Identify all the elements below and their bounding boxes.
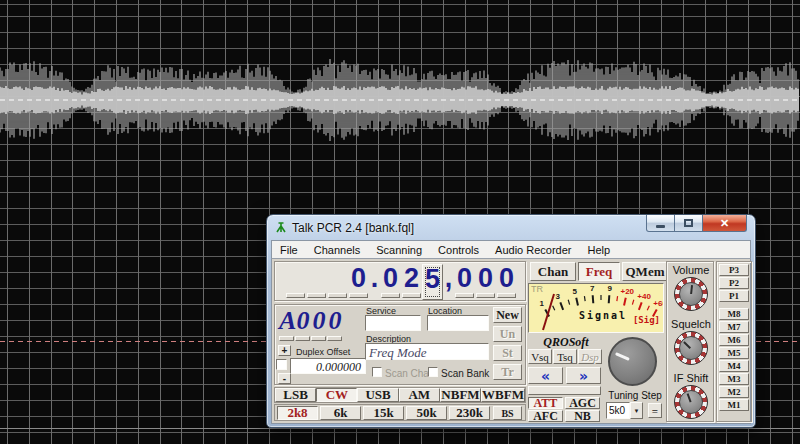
squelch-knob[interactable] [674,331,708,365]
m8-button[interactable]: M8 [719,308,749,320]
m5-button[interactable]: M5 [719,347,749,359]
mode-wbfm[interactable]: WBFM [481,388,525,402]
menu-channels[interactable]: Channels [306,242,368,258]
att-toggle[interactable]: ATT [528,397,563,409]
digit-underline-button[interactable] [349,293,368,298]
m3-button[interactable]: M3 [719,373,749,385]
description-input[interactable]: Freq Mode [365,343,489,360]
tab-chan[interactable]: Chan [530,262,576,281]
volume-knob[interactable] [674,277,708,311]
meter-scale-label: +40 [637,291,651,300]
p1-button[interactable]: P1 [719,290,749,302]
bank-digit[interactable]: A [279,307,295,335]
menu-file[interactable]: File [272,242,306,258]
tab-freq[interactable]: Freq [578,262,620,281]
scan-bank-checkbox[interactable] [428,367,438,377]
menu-controls[interactable]: Controls [430,242,487,258]
minimize-icon [656,225,665,228]
window-title: Talk PCR 2.4 [bank.fql] [292,221,414,235]
scan-up-button[interactable]: » [566,367,601,384]
scan-chan-checkbox[interactable] [372,367,382,377]
tsq-button[interactable]: Tsq [553,349,577,364]
duplex-minus-button[interactable]: - [278,373,291,384]
duplex-plus-button[interactable]: + [278,345,291,356]
freq-digit-cell[interactable]: 0 [496,264,517,300]
meter-scale-label: +60 [653,299,664,308]
channel-digit[interactable]: 0 [327,307,343,335]
digit-underline-button[interactable] [455,293,474,298]
dsp-button[interactable]: Dsp [578,349,602,364]
scan-progress-button[interactable] [528,386,601,395]
minimize-button[interactable] [646,215,675,232]
location-input[interactable] [427,315,489,331]
vsq-button[interactable]: Vsq [528,349,552,364]
freq-digit-cell[interactable]: 0 [348,264,369,300]
filter-230k[interactable]: 230k [449,406,490,420]
dropdown-arrow-icon[interactable]: ▼ [630,402,643,419]
mode-lsb[interactable]: LSB [275,388,316,402]
channel-digit[interactable]: 0 [311,307,327,335]
menu-audio-recorder[interactable]: Audio Recorder [487,242,579,258]
if-shift-knob[interactable] [674,385,708,419]
channel-digit[interactable]: 0 [295,307,311,335]
freq-digit-cell[interactable]: 0 [454,264,475,300]
maximize-button[interactable] [675,215,702,232]
freq-digit-cell[interactable] [306,264,327,300]
freq-digit-cell[interactable]: 2 [401,264,422,300]
digit-underline-button[interactable] [295,336,310,341]
bs-button[interactable]: BS [493,406,522,420]
p3-button[interactable]: P3 [719,264,749,276]
close-button[interactable]: ✕ [702,215,747,232]
freq-digit-cell[interactable]: 0 [380,264,401,300]
duplex-checkbox[interactable] [276,359,287,370]
m2-button[interactable]: M2 [719,386,749,398]
filter-15k[interactable]: 15k [363,406,404,420]
digit-underline-button[interactable] [307,293,326,298]
filter-6k[interactable]: 6k [320,406,361,420]
service-input[interactable] [365,315,421,331]
digit-underline-button[interactable] [328,293,347,298]
scan-down-button[interactable]: « [528,367,563,384]
mode-nbfm[interactable]: NBFM [440,388,481,402]
filter-2k8[interactable]: 2k8 [277,406,318,420]
mode-cw[interactable]: CW [316,388,357,402]
mode-usb[interactable]: USB [357,388,398,402]
tuning-knob[interactable] [608,337,657,386]
digit-underline-button[interactable] [311,336,326,341]
nb-toggle[interactable]: NB [565,410,600,422]
digit-underline-button[interactable] [402,293,421,298]
meter-scale-label: 5 [573,286,577,295]
menu-help[interactable]: Help [580,242,619,258]
m4-button[interactable]: M4 [719,360,749,372]
digit-underline-button[interactable] [497,293,516,298]
m7-button[interactable]: M7 [719,321,749,333]
menu-scanning[interactable]: Scanning [368,242,430,258]
agc-toggle[interactable]: AGC [565,397,600,409]
meter-tr-label: TR [531,284,543,294]
afc-toggle[interactable]: AFC [528,410,563,422]
un-button[interactable]: Un [493,326,522,342]
duplex-offset-field[interactable]: 0.000000 [290,358,366,374]
digit-underline-button[interactable] [286,293,305,298]
tab-qmem[interactable]: QMem [622,262,668,281]
title-bar[interactable]: Talk PCR 2.4 [bank.fql] ✕ [271,215,751,240]
digit-underline-button[interactable] [327,336,342,341]
tuning-step-combo[interactable]: 5k0 ▼ [606,402,643,419]
freq-digit-cell[interactable]: 0 [475,264,496,300]
m6-button[interactable]: M6 [719,334,749,346]
digit-underline-button[interactable] [476,293,495,298]
filter-50k[interactable]: 50k [406,406,447,420]
digit-underline-button[interactable] [381,293,400,298]
freq-digit-cell[interactable] [285,264,306,300]
if-shift-label: IF Shift [667,372,715,384]
equals-button[interactable]: = [648,403,662,418]
tr-button[interactable]: Tr [493,364,522,380]
mode-am[interactable]: AM [399,388,440,402]
p2-button[interactable]: P2 [719,277,749,289]
digit-underline-button[interactable] [279,336,294,341]
freq-digit-cell-selected[interactable]: 5 [422,264,443,300]
freq-digit-cell[interactable] [327,264,348,300]
m1-button[interactable]: M1 [719,399,749,411]
new-button[interactable]: New [493,307,522,323]
st-button[interactable]: St [493,345,522,361]
